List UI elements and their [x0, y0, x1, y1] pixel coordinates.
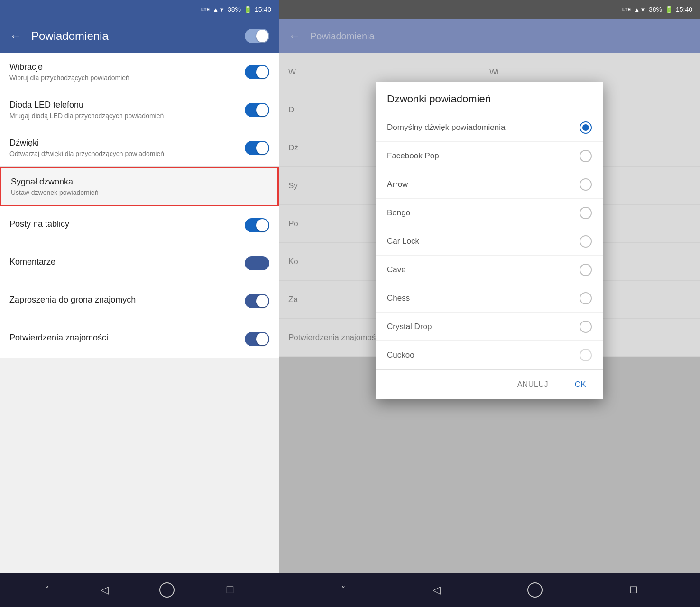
right-battery-pct: 38% [649, 6, 662, 13]
setting-wibracje-subtitle: Wibruj dla przychodzących powiadomień [9, 74, 245, 82]
left-nav-bar: ˅ ◁ ☐ [0, 573, 279, 607]
right-battery-icon: 🔋 [665, 6, 673, 13]
back-nav-icon[interactable]: ◁ [101, 584, 109, 596]
right-recent-icon[interactable]: ☐ [629, 584, 638, 596]
dialog-title: Dzwonki powiadomień [376, 82, 603, 113]
radio-domyslny[interactable] [580, 121, 592, 134]
radio-chess[interactable] [580, 292, 592, 304]
settings-list: Wibracje Wibruj dla przychodzących powia… [0, 53, 279, 573]
right-panel: LTE ▲▼ 38% 🔋 15:40 ← Powiadomienia W Wi … [279, 0, 700, 607]
lte-label: LTE [201, 7, 210, 12]
setting-zaproszenia-title: Zaproszenia do grona znajomych [9, 295, 245, 305]
dioda-toggle[interactable] [245, 103, 269, 117]
radio-crystal-drop[interactable] [580, 321, 592, 333]
right-screen-title: Powiadomienia [310, 31, 691, 42]
radio-cuckoo[interactable] [580, 349, 592, 361]
dialog-item-crystal-drop[interactable]: Crystal Drop [376, 313, 603, 341]
home-icon[interactable] [159, 582, 175, 598]
setting-dzwieki-title: Dźwięki [9, 138, 245, 148]
setting-dioda-subtitle: Mrugaj diodą LED dla przychodzących powi… [9, 112, 245, 120]
dialog-item-domyslny-label: Domyślny dźwięk powiadomienia [387, 123, 580, 132]
setting-posty-title: Posty na tablicy [9, 219, 245, 229]
radio-arrow[interactable] [580, 178, 592, 191]
zaproszenia-toggle[interactable] [245, 294, 269, 308]
dialog-item-arrow-label: Arrow [387, 180, 580, 189]
right-back-icon[interactable]: ◁ [433, 584, 441, 596]
setting-komentarze-title: Komentarze [9, 257, 245, 267]
dialog-item-chess-label: Chess [387, 294, 580, 303]
right-lte: LTE [622, 7, 631, 12]
dzwieki-toggle[interactable] [245, 141, 269, 155]
dialog-item-car-lock-label: Car Lock [387, 237, 580, 246]
setting-potwierdzenia-title: Potwierdzenia znajomości [9, 333, 245, 343]
setting-zaproszenia[interactable]: Zaproszenia do grona znajomych [0, 282, 279, 320]
right-signal: ▲▼ [634, 6, 646, 13]
dialog-overlay: Dzwonki powiadomień Domyślny dźwięk powi… [279, 53, 700, 539]
setting-potwierdzenia[interactable]: Potwierdzenia znajomości [0, 320, 279, 358]
ringtone-dialog: Dzwonki powiadomień Domyślny dźwięk powi… [376, 82, 603, 399]
right-status-bar: LTE ▲▼ 38% 🔋 15:40 [279, 0, 700, 19]
wibracje-toggle[interactable] [245, 65, 269, 79]
dialog-item-domyslny[interactable]: Domyślny dźwięk powiadomienia [376, 113, 603, 142]
dialog-item-cave[interactable]: Cave [376, 256, 603, 284]
right-chevron-icon[interactable]: ˅ [341, 584, 346, 596]
left-panel: LTE ▲▼ 38% 🔋 15:40 ← Powiadomienia Wibra… [0, 0, 279, 607]
setting-wibracje-title: Wibracje [9, 62, 245, 72]
setting-dzwieki[interactable]: Dźwięki Odtwarzaj dźwięki dla przychodzą… [0, 129, 279, 167]
setting-sygnal[interactable]: Sygnał dzwonka Ustaw dzwonek powiadomień [0, 167, 279, 206]
dialog-item-cave-label: Cave [387, 265, 580, 275]
setting-dzwieki-subtitle: Odtwarzaj dźwięki dla przychodzących pow… [9, 150, 245, 157]
right-bg-content: W Wi Di M po Dź Od po Sy Us Po Ko [279, 53, 700, 573]
radio-bongo[interactable] [580, 207, 592, 219]
dialog-actions: Anuluj OK [376, 369, 603, 399]
right-home-icon[interactable] [527, 582, 543, 598]
signal-bars: ▲▼ [212, 6, 225, 13]
right-nav-bar: ˅ ◁ ☐ [279, 573, 700, 607]
setting-sygnal-subtitle: Ustaw dzwonek powiadomień [11, 189, 268, 196]
ok-button[interactable]: OK [565, 376, 596, 394]
battery-icon: 🔋 [244, 6, 252, 13]
setting-dioda-title: Dioda LED telefonu [9, 100, 245, 110]
dialog-ringtone-list[interactable]: Domyślny dźwięk powiadomienia Facebook P… [376, 113, 603, 369]
dialog-item-bongo[interactable]: Bongo [376, 199, 603, 227]
dialog-item-cuckoo-label: Cuckoo [387, 350, 580, 360]
radio-car-lock[interactable] [580, 235, 592, 248]
left-top-bar: ← Powiadomienia [0, 19, 279, 53]
setting-dioda[interactable]: Dioda LED telefonu Mrugaj diodą LED dla … [0, 91, 279, 129]
posty-toggle[interactable] [245, 218, 269, 232]
chevron-down-icon[interactable]: ˅ [45, 584, 49, 596]
time-left: 15:40 [255, 6, 271, 13]
dialog-item-chess[interactable]: Chess [376, 284, 603, 313]
komentarze-toggle[interactable]: .toggle-dark-on::after{content:'';positi… [245, 256, 269, 270]
radio-facebook-pop[interactable] [580, 150, 592, 162]
recent-apps-icon[interactable]: ☐ [226, 584, 234, 596]
dialog-item-crystal-drop-label: Crystal Drop [387, 322, 580, 331]
left-status-bar: LTE ▲▼ 38% 🔋 15:40 [0, 0, 279, 19]
screen-title: Powiadomienia [31, 29, 235, 43]
right-top-bar: ← Powiadomienia [279, 19, 700, 53]
setting-wibracje[interactable]: Wibracje Wibruj dla przychodzących powia… [0, 53, 279, 91]
radio-cave[interactable] [580, 264, 592, 276]
setting-komentarze[interactable]: Komentarze .toggle-dark-on::after{conten… [0, 244, 279, 282]
dialog-item-cuckoo[interactable]: Cuckoo [376, 341, 603, 369]
potwierdzenia-toggle[interactable] [245, 332, 269, 346]
dialog-item-arrow[interactable]: Arrow [376, 170, 603, 199]
dialog-item-bongo-label: Bongo [387, 208, 580, 218]
cancel-button[interactable]: Anuluj [508, 376, 558, 394]
notifications-master-toggle[interactable] [245, 29, 269, 43]
right-time: 15:40 [676, 6, 692, 13]
dialog-item-facebook-pop[interactable]: Facebook Pop [376, 142, 603, 170]
setting-sygnal-title: Sygnał dzwonka [11, 177, 268, 187]
dialog-item-car-lock[interactable]: Car Lock [376, 227, 603, 256]
setting-posty[interactable]: Posty na tablicy [0, 206, 279, 244]
back-button[interactable]: ← [9, 29, 22, 44]
battery-pct: 38% [228, 6, 241, 13]
dialog-item-facebook-pop-label: Facebook Pop [387, 151, 580, 161]
